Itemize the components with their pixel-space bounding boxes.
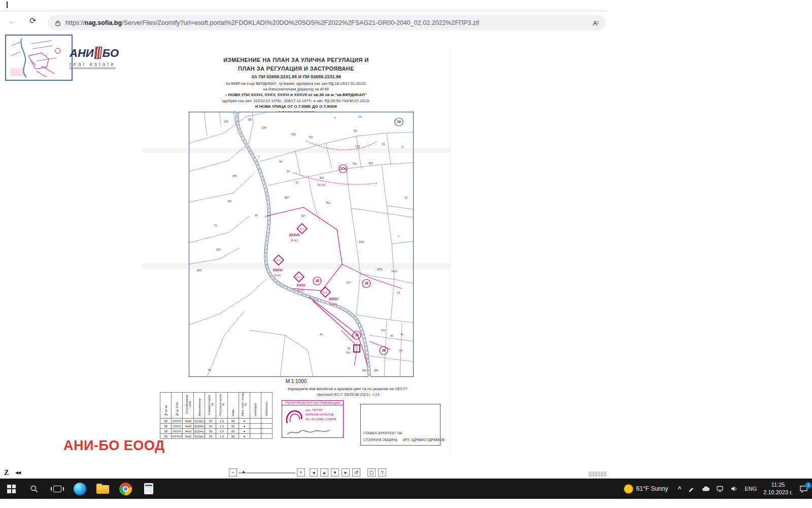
map-label: 997	[301, 214, 306, 217]
fullscreen-button[interactable]: ▢	[367, 468, 376, 477]
map-label: XXXV	[296, 283, 306, 287]
table-cell: 30	[205, 434, 216, 439]
table-column-header: Етажност (вис. м)	[205, 393, 216, 419]
zoom-out-button[interactable]: −	[229, 468, 237, 477]
regulation-lines	[265, 141, 402, 366]
taskbar-item-edge[interactable]	[69, 479, 91, 499]
zoom-slider-track[interactable]	[239, 472, 295, 473]
map-label: 23	[397, 291, 400, 294]
title-line: на Изпълнителния Директор на АГКК	[142, 86, 450, 92]
title-line: ЗА ПИ 02659.2231.95 И ПИ 02659.2231.96	[142, 74, 450, 81]
stamp-text: арх. ПЕТЪР МИЛКОВ АНГЕЛОВ Рег. № 02582 С…	[306, 408, 341, 422]
pan-left-button[interactable]: ◂	[310, 468, 318, 477]
table-cell: XXXIV	[172, 419, 183, 424]
map-label: 71	[214, 224, 217, 227]
url-text: https://nag.sofia.bg/ServerFiles/Zoomify…	[65, 19, 479, 26]
table-cell: ●	[239, 434, 250, 439]
zoom-in-button[interactable]: +	[297, 468, 305, 477]
table-column-header: № на УПИ	[172, 393, 183, 419]
architect-name: АРХ. ЗДРАВКО ЗДРАВКОВ	[403, 438, 445, 441]
task-view-button[interactable]	[46, 479, 69, 499]
clock-time: 11:25	[763, 481, 793, 489]
map-label: 128	[224, 120, 228, 123]
back-button[interactable]: ←	[8, 16, 17, 26]
map-label: И=10	[323, 291, 328, 294]
map-label: ЗА ЖС	[318, 183, 326, 186]
pan-up-button[interactable]: ▴	[320, 468, 328, 477]
map-label: 38	[355, 333, 359, 337]
site-info-icon[interactable]	[55, 20, 61, 26]
zoomify-navigator-thumbnail[interactable]	[5, 35, 73, 81]
resize-grip[interactable]	[589, 471, 606, 477]
clock-date: 2.10.2023 г.	[763, 489, 793, 496]
rewind-button[interactable]: ◀◀	[15, 470, 20, 475]
table-header-row: № на кв.№ на УПИУстройствена зонаМаксима…	[160, 393, 273, 419]
taskbar-item-document-app[interactable]	[137, 479, 160, 499]
logo-part1: АНИ	[70, 48, 94, 59]
notification-center-button[interactable]: 2	[799, 485, 808, 493]
table-cell: 3(10м.)	[194, 424, 205, 429]
table-row: 38XXXVIЖм23(10м.)301.060●	[160, 429, 273, 434]
title-line: ПЛАН ЗА РЕГУЛАЦИЯ И ЗАСТРОЯВАНЕ	[142, 65, 450, 73]
table-cell: 60	[227, 429, 239, 434]
table-cell	[261, 419, 272, 424]
refresh-button[interactable]: ⟳	[29, 16, 36, 25]
title-line: по КККР на з-ще ВЕРДИКАЛ , гр.Банкя, одо…	[142, 81, 450, 86]
notification-badge: 2	[805, 482, 811, 489]
search-button[interactable]	[23, 479, 46, 499]
table-cell: 60	[227, 424, 239, 429]
map-label: 189	[232, 174, 237, 177]
tray-pen-icon[interactable]	[688, 485, 695, 492]
table-cell	[261, 429, 272, 434]
url-protocol: https://	[65, 19, 85, 26]
windows-taskbar: 61°F Sunny ^ ENG 11:25 2.10.2023 г.	[0, 479, 812, 499]
stamp-line: Рег. № 02582 СОФИЯ	[306, 417, 341, 422]
zoom-slider-thumb[interactable]: ▲	[242, 469, 246, 474]
address-bar[interactable]: https://nag.sofia.bg/ServerFiles/Zoomify…	[48, 15, 606, 30]
map-label: И=10	[299, 228, 304, 230]
map-label: XIII	[291, 133, 296, 136]
table-cell: 38	[160, 429, 172, 434]
read-aloud-icon[interactable]: A⁾	[593, 19, 599, 27]
title-line: - НОВИ УПИ XXXIV, XXXV, XXXVI и XXXVII о…	[142, 92, 450, 98]
chrome-icon	[119, 483, 132, 495]
map-label: 38	[315, 279, 319, 282]
table-column-header: Мин. озел. площ %	[239, 393, 250, 419]
weather-widget[interactable]: 61°F Sunny	[621, 485, 671, 493]
taskbar-item-file-explorer[interactable]	[91, 479, 114, 499]
table-row: 38XXXIVЖм23(10м.)301.060●	[160, 419, 273, 424]
map-label: II	[397, 235, 399, 238]
pan-down-button[interactable]: ▾	[331, 468, 339, 477]
language-indicator[interactable]: ENG	[745, 486, 757, 492]
onedrive-icon[interactable]	[701, 486, 709, 492]
reset-view-button[interactable]: ↺	[352, 468, 360, 477]
help-button[interactable]: ?	[378, 468, 386, 477]
network-icon[interactable]	[716, 485, 724, 492]
signature-scribble	[286, 428, 332, 436]
map-label: 601	[326, 201, 331, 204]
map-label: 60	[255, 214, 258, 217]
start-button[interactable]	[0, 479, 23, 499]
building-icon	[94, 47, 102, 59]
document-app-icon	[144, 483, 153, 494]
pan-right-button[interactable]: ▸	[342, 468, 350, 477]
table-cell: 38	[160, 424, 172, 429]
table-cell	[261, 424, 272, 429]
table-row: 38XXXVIIЖм23(10м.)301.060●	[160, 434, 273, 439]
map-label: ЗА ЖС	[330, 303, 337, 306]
map-label: 37а	[341, 167, 346, 170]
taskbar-item-chrome[interactable]	[114, 479, 137, 499]
zoomify-logo[interactable]: Z	[4, 469, 9, 477]
hidden-icons-chevron[interactable]: ^	[678, 485, 681, 492]
table-cell: 30	[205, 419, 216, 424]
zoom-slider[interactable]: ▲	[239, 468, 295, 477]
map-label: 36	[397, 120, 401, 123]
map-label: И=10	[296, 276, 301, 278]
map-label: XXXIV	[328, 297, 339, 301]
map-label: 12	[295, 181, 298, 184]
taskbar-clock[interactable]: 11:25 2.10.2023 г.	[763, 481, 793, 496]
chamber-logo-glyph	[284, 408, 304, 426]
map-label: XII	[353, 129, 357, 133]
volume-icon[interactable]	[730, 485, 738, 492]
url-domain: nag.sofia.bg	[85, 19, 122, 26]
